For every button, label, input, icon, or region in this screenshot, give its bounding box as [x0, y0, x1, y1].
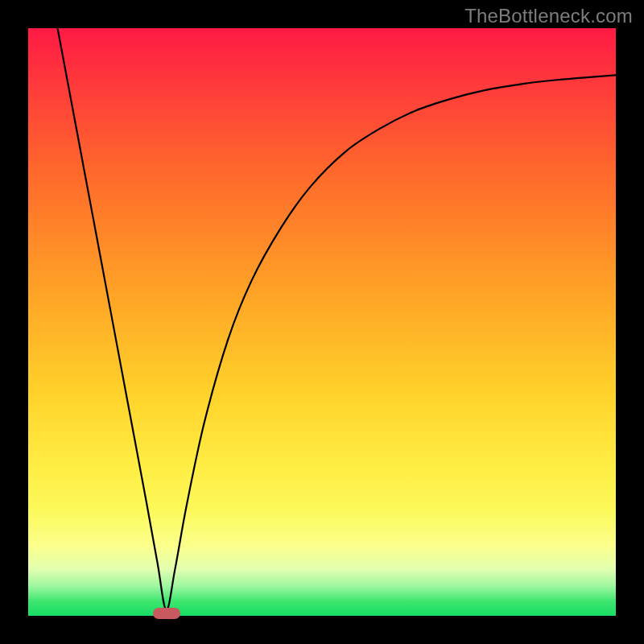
minimum-marker	[153, 608, 180, 619]
curve-path	[58, 28, 617, 610]
curve-svg	[28, 28, 616, 616]
watermark-text: TheBottleneck.com	[464, 5, 633, 27]
chart-frame: TheBottleneck.com	[0, 0, 644, 644]
plot-area	[28, 28, 616, 616]
